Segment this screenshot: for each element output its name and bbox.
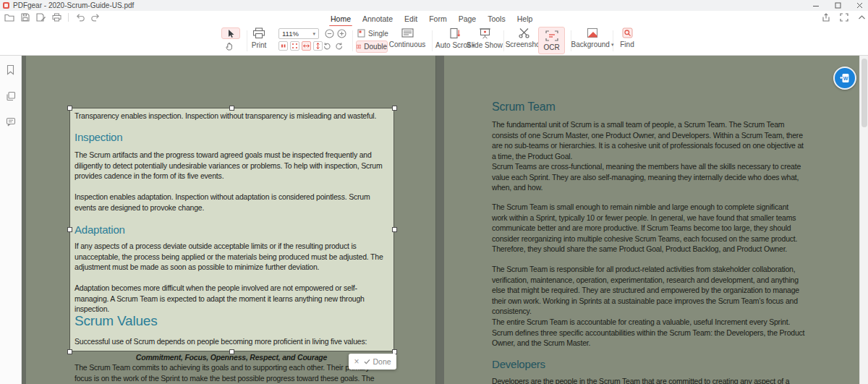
minimize-button[interactable] [812, 1, 820, 10]
background-icon [587, 27, 598, 38]
open-file-icon[interactable] [4, 13, 14, 22]
vertical-scrollbar[interactable] [859, 56, 868, 384]
search-icon [622, 27, 633, 38]
selection-handle-bottom-middle[interactable] [229, 349, 234, 354]
doc-heading-scrum-team: Scrum Team [492, 101, 556, 114]
comments-panel-icon[interactable] [6, 117, 16, 127]
selection-handle-top-left[interactable] [67, 106, 72, 111]
tab-home[interactable]: Home [329, 14, 352, 24]
menu-row: Home Annotate Edit Form Page Tools Help [0, 11, 868, 26]
share-icon[interactable] [822, 13, 830, 22]
doc-paragraph: The fundamental unit of Scrum is a small… [492, 119, 806, 161]
pdf-to-word-floating-button[interactable]: W [833, 67, 856, 90]
doc-paragraph: The Scrum Team commits to achieving its … [75, 362, 388, 384]
doc-paragraph: Developers are the people in the Scrum T… [492, 376, 806, 384]
done-button[interactable]: Done [364, 357, 391, 366]
continuous-button[interactable]: Continuous [389, 27, 425, 48]
fit-width-icon[interactable] [302, 41, 311, 51]
fit-page-icon[interactable] [290, 41, 299, 51]
rotate-left-icon[interactable] [323, 42, 331, 51]
scrollbar-thumb[interactable] [861, 59, 867, 127]
selection-handle-top-right[interactable] [392, 106, 397, 111]
thumbnails-panel-icon[interactable] [6, 91, 16, 101]
scissors-icon [518, 27, 530, 38]
single-page-button[interactable]: Single [357, 29, 388, 38]
ocr-icon [545, 30, 558, 41]
tab-annotate[interactable]: Annotate [361, 14, 394, 24]
screenshot-label: Screenshot [506, 40, 542, 48]
document-canvas: Transparency enables inspection. Inspect… [22, 56, 859, 384]
hand-tool-button[interactable] [225, 41, 235, 51]
printer-icon [252, 27, 265, 39]
restore-button[interactable] [833, 1, 842, 10]
find-button[interactable]: Find [616, 27, 638, 48]
rotate-right-icon[interactable] [335, 42, 344, 51]
fullscreen-icon[interactable] [840, 13, 848, 22]
save-as-icon[interactable] [36, 13, 46, 22]
zoom-level-select[interactable]: 111% ▾ [278, 28, 319, 39]
cancel-ocr-button[interactable]: × [354, 357, 359, 366]
chevron-down-icon: ▾ [611, 42, 614, 48]
tab-form[interactable]: Form [427, 14, 448, 24]
titlebar: PDFgear - 2020-Scrum-Guide-US.pdf [0, 0, 868, 11]
close-button[interactable] [855, 1, 864, 10]
slide-show-icon [479, 27, 491, 39]
redo-icon[interactable] [91, 13, 101, 22]
continuous-label: Continuous [389, 40, 426, 48]
double-page-icon [357, 43, 361, 51]
tab-edit[interactable]: Edit [403, 14, 419, 24]
double-page-button[interactable]: Double [356, 40, 388, 53]
divider [503, 30, 504, 51]
doc-heading-developers: Developers [492, 358, 545, 370]
check-icon [364, 359, 370, 364]
doc-paragraph: The Scrum Team is responsible for all pr… [492, 264, 806, 317]
save-icon[interactable] [21, 13, 30, 22]
divider [352, 30, 353, 51]
selection-handle-bottom-left[interactable] [67, 349, 72, 354]
pdf-to-word-icon: W [839, 72, 851, 84]
screenshot-button[interactable]: Screenshot [506, 27, 541, 48]
selection-handle-middle-right[interactable] [392, 227, 397, 232]
zoom-level-value: 111% [282, 30, 299, 38]
background-button[interactable]: Background▾ [572, 27, 613, 48]
continuous-scroll-icon [401, 27, 414, 38]
background-label: Background [571, 40, 610, 48]
quick-print-icon[interactable] [52, 13, 61, 22]
zoom-in-button[interactable] [337, 29, 346, 38]
tab-page[interactable]: Page [457, 14, 478, 24]
zoom-out-button[interactable] [325, 29, 334, 38]
undo-icon[interactable] [75, 13, 85, 22]
ocr-button[interactable]: OCR [538, 27, 565, 54]
navigation-sidebar [0, 56, 22, 384]
tab-help[interactable]: Help [516, 14, 535, 24]
doc-paragraph: The Scrum Team is small enough to remain… [492, 202, 806, 255]
pdfgear-logo-icon [3, 2, 9, 9]
toolbar: Print 111% ▾ Single Double Continuous Au… [0, 26, 868, 56]
tab-tools[interactable]: Tools [486, 14, 507, 24]
ribbon-tabs: Home Annotate Edit Form Page Tools Help [329, 12, 534, 25]
print-button[interactable]: Print [246, 27, 272, 49]
auto-scroll-label: Auto Scroll [435, 41, 470, 49]
slide-show-label: Slide Show [467, 41, 503, 49]
slide-show-button[interactable]: Slide Show [467, 27, 502, 49]
cursor-arrow-icon [227, 29, 235, 38]
print-label: Print [252, 41, 267, 49]
ocr-selection-region[interactable] [69, 108, 394, 351]
window-title: PDFgear - 2020-Scrum-Guide-US.pdf [13, 1, 134, 9]
single-page-icon [357, 29, 365, 38]
ocr-label: OCR [543, 43, 559, 51]
collapse-ribbon-icon[interactable] [858, 14, 866, 20]
actual-size-icon[interactable] [278, 41, 288, 51]
fit-height-icon[interactable] [313, 41, 323, 51]
doc-paragraph: The entire Scrum Team is accountable for… [492, 317, 806, 349]
divider [68, 13, 69, 22]
ocr-confirm-popup: × Done [349, 354, 396, 370]
bookmarks-panel-icon[interactable] [6, 64, 15, 75]
selection-handle-middle-left[interactable] [67, 227, 72, 232]
auto-scroll-icon [449, 27, 461, 39]
double-label: Double [364, 43, 387, 51]
select-tool-button[interactable] [221, 27, 240, 39]
selection-handle-top-middle[interactable] [229, 106, 234, 111]
chevron-down-icon: ▾ [312, 31, 315, 37]
single-label: Single [368, 30, 388, 38]
